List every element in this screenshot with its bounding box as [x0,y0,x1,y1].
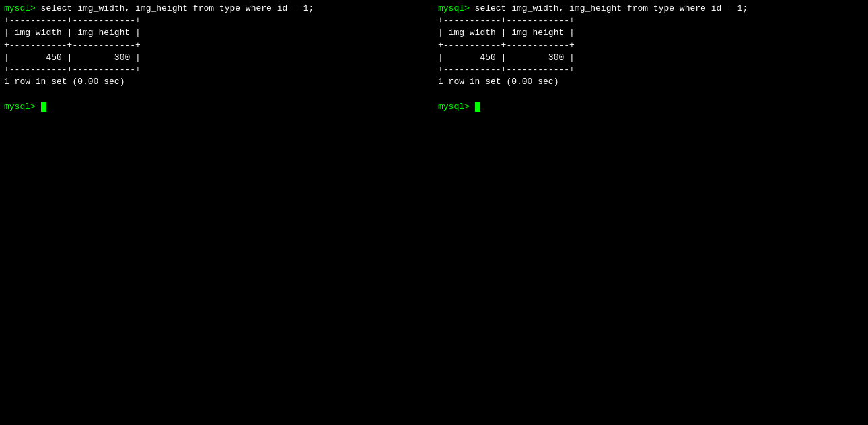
next-prompt-right: mysql> [438,101,864,113]
command-text-right: select img_width, img_height from type w… [470,3,748,13]
table-border-top: +-----------+------------+ [4,15,430,27]
command-line-1: mysql> select img_width, img_height from… [4,3,430,15]
right-terminal-pane[interactable]: mysql> select img_width, img_height from… [434,0,868,425]
cursor [41,102,46,112]
command-line-1-right: mysql> select img_width, img_height from… [438,3,864,15]
table-border-bottom-right: +-----------+------------+ [438,64,864,76]
table-border-bottom: +-----------+------------+ [4,64,430,76]
prompt-space [36,102,41,112]
table-row-1: | 450 | 300 | [4,52,430,64]
empty-line [4,88,430,100]
result-text: 1 row in set (0.00 sec) [4,76,430,88]
prompt-label-2: mysql> [4,102,36,112]
left-terminal-pane[interactable]: mysql> select img_width, img_height from… [0,0,434,425]
command-text: select img_width, img_height from type w… [36,3,314,13]
prompt-space-right [470,102,475,112]
table-header-border-right: +-----------+------------+ [438,40,864,52]
prompt-label: mysql> [4,3,36,13]
table-border-top-right: +-----------+------------+ [438,15,864,27]
table-header-border: +-----------+------------+ [4,40,430,52]
table-header: | img_width | img_height | [4,27,430,39]
next-prompt: mysql> [4,101,430,113]
table-row-1-right: | 450 | 300 | [438,52,864,64]
prompt-label-3: mysql> [438,102,470,112]
table-header-right: | img_width | img_height | [438,27,864,39]
cursor-right [475,102,480,112]
prompt-label-right: mysql> [438,3,470,13]
empty-line-right [438,88,864,100]
result-text-right: 1 row in set (0.00 sec) [438,76,864,88]
